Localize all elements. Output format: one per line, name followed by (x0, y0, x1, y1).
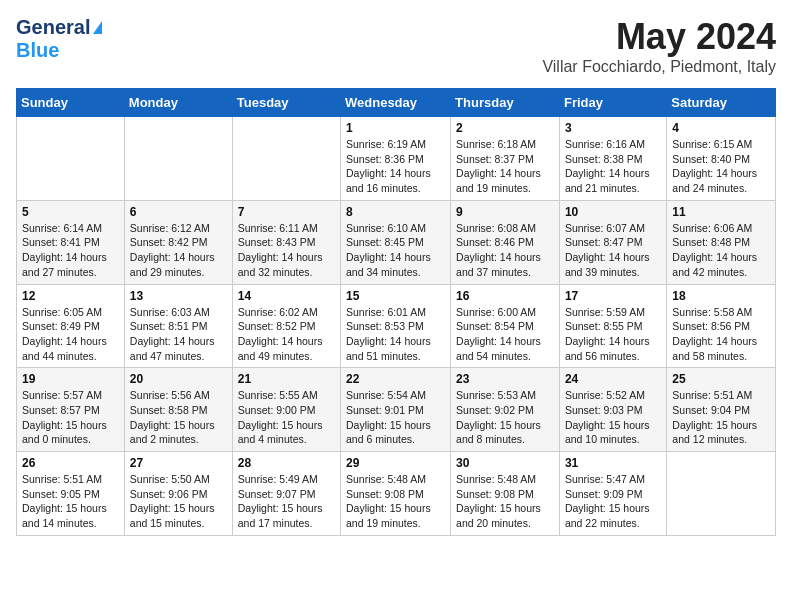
week-row-1: 5Sunrise: 6:14 AMSunset: 8:41 PMDaylight… (17, 200, 776, 284)
header-day-monday: Monday (124, 89, 232, 117)
page-subtitle: Villar Focchiardo, Piedmont, Italy (542, 58, 776, 76)
header-day-friday: Friday (559, 89, 666, 117)
day-number: 22 (346, 372, 445, 386)
day-number: 27 (130, 456, 227, 470)
day-number: 6 (130, 205, 227, 219)
day-number: 25 (672, 372, 770, 386)
day-number: 10 (565, 205, 661, 219)
calendar-cell (17, 117, 125, 201)
day-info: Sunrise: 6:07 AMSunset: 8:47 PMDaylight:… (565, 221, 661, 280)
day-info: Sunrise: 5:48 AMSunset: 9:08 PMDaylight:… (346, 472, 445, 531)
logo-blue: Blue (16, 39, 59, 61)
page-title: May 2024 (542, 16, 776, 58)
calendar-cell: 30Sunrise: 5:48 AMSunset: 9:08 PMDayligh… (451, 452, 560, 536)
calendar-cell (667, 452, 776, 536)
day-number: 30 (456, 456, 554, 470)
day-number: 4 (672, 121, 770, 135)
header: General Blue May 2024 Villar Focchiardo,… (16, 16, 776, 76)
calendar-cell: 6Sunrise: 6:12 AMSunset: 8:42 PMDaylight… (124, 200, 232, 284)
day-info: Sunrise: 6:19 AMSunset: 8:36 PMDaylight:… (346, 137, 445, 196)
header-row: SundayMondayTuesdayWednesdayThursdayFrid… (17, 89, 776, 117)
day-number: 9 (456, 205, 554, 219)
day-number: 7 (238, 205, 335, 219)
calendar-cell: 11Sunrise: 6:06 AMSunset: 8:48 PMDayligh… (667, 200, 776, 284)
day-info: Sunrise: 5:49 AMSunset: 9:07 PMDaylight:… (238, 472, 335, 531)
day-number: 20 (130, 372, 227, 386)
calendar-cell: 25Sunrise: 5:51 AMSunset: 9:04 PMDayligh… (667, 368, 776, 452)
day-number: 13 (130, 289, 227, 303)
header-day-thursday: Thursday (451, 89, 560, 117)
day-number: 21 (238, 372, 335, 386)
calendar-cell: 17Sunrise: 5:59 AMSunset: 8:55 PMDayligh… (559, 284, 666, 368)
calendar-header: SundayMondayTuesdayWednesdayThursdayFrid… (17, 89, 776, 117)
logo-general: General (16, 16, 90, 39)
day-info: Sunrise: 5:47 AMSunset: 9:09 PMDaylight:… (565, 472, 661, 531)
day-number: 29 (346, 456, 445, 470)
day-number: 2 (456, 121, 554, 135)
calendar-cell: 9Sunrise: 6:08 AMSunset: 8:46 PMDaylight… (451, 200, 560, 284)
calendar-cell: 12Sunrise: 6:05 AMSunset: 8:49 PMDayligh… (17, 284, 125, 368)
day-number: 28 (238, 456, 335, 470)
day-info: Sunrise: 5:58 AMSunset: 8:56 PMDaylight:… (672, 305, 770, 364)
day-info: Sunrise: 6:14 AMSunset: 8:41 PMDaylight:… (22, 221, 119, 280)
day-number: 17 (565, 289, 661, 303)
day-info: Sunrise: 6:18 AMSunset: 8:37 PMDaylight:… (456, 137, 554, 196)
calendar-cell: 4Sunrise: 6:15 AMSunset: 8:40 PMDaylight… (667, 117, 776, 201)
day-info: Sunrise: 6:11 AMSunset: 8:43 PMDaylight:… (238, 221, 335, 280)
week-row-2: 12Sunrise: 6:05 AMSunset: 8:49 PMDayligh… (17, 284, 776, 368)
calendar-cell: 14Sunrise: 6:02 AMSunset: 8:52 PMDayligh… (232, 284, 340, 368)
day-info: Sunrise: 6:16 AMSunset: 8:38 PMDaylight:… (565, 137, 661, 196)
calendar-cell: 13Sunrise: 6:03 AMSunset: 8:51 PMDayligh… (124, 284, 232, 368)
day-number: 24 (565, 372, 661, 386)
day-info: Sunrise: 5:57 AMSunset: 8:57 PMDaylight:… (22, 388, 119, 447)
day-number: 1 (346, 121, 445, 135)
day-info: Sunrise: 5:56 AMSunset: 8:58 PMDaylight:… (130, 388, 227, 447)
day-number: 8 (346, 205, 445, 219)
calendar-cell: 1Sunrise: 6:19 AMSunset: 8:36 PMDaylight… (341, 117, 451, 201)
calendar-cell: 7Sunrise: 6:11 AMSunset: 8:43 PMDaylight… (232, 200, 340, 284)
week-row-3: 19Sunrise: 5:57 AMSunset: 8:57 PMDayligh… (17, 368, 776, 452)
day-info: Sunrise: 5:50 AMSunset: 9:06 PMDaylight:… (130, 472, 227, 531)
header-day-tuesday: Tuesday (232, 89, 340, 117)
calendar-cell: 18Sunrise: 5:58 AMSunset: 8:56 PMDayligh… (667, 284, 776, 368)
calendar-table: SundayMondayTuesdayWednesdayThursdayFrid… (16, 88, 776, 536)
day-number: 26 (22, 456, 119, 470)
calendar-cell: 27Sunrise: 5:50 AMSunset: 9:06 PMDayligh… (124, 452, 232, 536)
calendar-cell: 2Sunrise: 6:18 AMSunset: 8:37 PMDaylight… (451, 117, 560, 201)
title-area: May 2024 Villar Focchiardo, Piedmont, It… (542, 16, 776, 76)
calendar-cell: 20Sunrise: 5:56 AMSunset: 8:58 PMDayligh… (124, 368, 232, 452)
calendar-cell: 29Sunrise: 5:48 AMSunset: 9:08 PMDayligh… (341, 452, 451, 536)
day-info: Sunrise: 6:06 AMSunset: 8:48 PMDaylight:… (672, 221, 770, 280)
calendar-cell: 28Sunrise: 5:49 AMSunset: 9:07 PMDayligh… (232, 452, 340, 536)
logo: General Blue (16, 16, 102, 62)
day-info: Sunrise: 5:53 AMSunset: 9:02 PMDaylight:… (456, 388, 554, 447)
day-number: 18 (672, 289, 770, 303)
header-day-sunday: Sunday (17, 89, 125, 117)
day-number: 31 (565, 456, 661, 470)
day-info: Sunrise: 6:00 AMSunset: 8:54 PMDaylight:… (456, 305, 554, 364)
day-number: 16 (456, 289, 554, 303)
calendar-cell: 31Sunrise: 5:47 AMSunset: 9:09 PMDayligh… (559, 452, 666, 536)
day-info: Sunrise: 6:15 AMSunset: 8:40 PMDaylight:… (672, 137, 770, 196)
calendar-cell (124, 117, 232, 201)
calendar-cell: 26Sunrise: 5:51 AMSunset: 9:05 PMDayligh… (17, 452, 125, 536)
day-info: Sunrise: 5:48 AMSunset: 9:08 PMDaylight:… (456, 472, 554, 531)
calendar-cell: 19Sunrise: 5:57 AMSunset: 8:57 PMDayligh… (17, 368, 125, 452)
header-day-saturday: Saturday (667, 89, 776, 117)
calendar-cell: 3Sunrise: 6:16 AMSunset: 8:38 PMDaylight… (559, 117, 666, 201)
day-number: 23 (456, 372, 554, 386)
day-info: Sunrise: 6:05 AMSunset: 8:49 PMDaylight:… (22, 305, 119, 364)
day-info: Sunrise: 5:59 AMSunset: 8:55 PMDaylight:… (565, 305, 661, 364)
calendar-body: 1Sunrise: 6:19 AMSunset: 8:36 PMDaylight… (17, 117, 776, 536)
day-number: 5 (22, 205, 119, 219)
day-info: Sunrise: 5:51 AMSunset: 9:05 PMDaylight:… (22, 472, 119, 531)
day-number: 11 (672, 205, 770, 219)
calendar-cell (232, 117, 340, 201)
day-number: 12 (22, 289, 119, 303)
day-number: 3 (565, 121, 661, 135)
calendar-cell: 21Sunrise: 5:55 AMSunset: 9:00 PMDayligh… (232, 368, 340, 452)
day-info: Sunrise: 5:52 AMSunset: 9:03 PMDaylight:… (565, 388, 661, 447)
day-info: Sunrise: 6:03 AMSunset: 8:51 PMDaylight:… (130, 305, 227, 364)
calendar-cell: 5Sunrise: 6:14 AMSunset: 8:41 PMDaylight… (17, 200, 125, 284)
day-number: 19 (22, 372, 119, 386)
